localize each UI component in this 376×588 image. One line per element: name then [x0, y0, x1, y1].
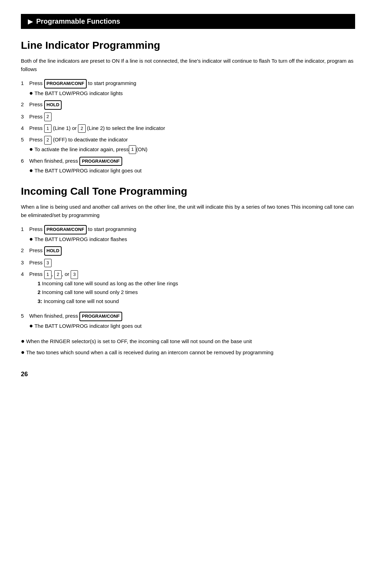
step-text-after: to start programming: [87, 80, 136, 86]
step-text-mid2: , or: [62, 271, 71, 277]
list-item: 3 Press 3: [21, 258, 355, 267]
step-text-before: Press: [29, 114, 44, 119]
key-1: 1: [44, 124, 52, 133]
step-text-before: Press: [29, 226, 44, 232]
step-content: Press 2: [29, 113, 355, 121]
bullet-dot: ●: [21, 337, 25, 345]
bullet-dot: ●: [29, 322, 33, 330]
key-1: 1: [44, 270, 52, 279]
step-text-before: Press: [29, 137, 44, 142]
list-item: 2 Press HOLD: [21, 246, 355, 256]
sub-bullet: ● The BATT LOW/PROG indicator flashes: [29, 235, 355, 243]
sub-bullet: ● To activate the line indicator again, …: [29, 145, 355, 154]
section1-intro: Both of the line indicators are preset t…: [21, 57, 355, 74]
header-arrow: ▶: [28, 18, 33, 25]
list-item: 1 Press PROGRAM/CONF to start programmin…: [21, 225, 355, 243]
section1-steps: 1 Press PROGRAM/CONF to start programmin…: [21, 79, 355, 175]
bold-number: 3:: [38, 298, 42, 304]
step-number: 4: [21, 124, 29, 132]
bullet-text: When the RINGER selector(s) is set to OF…: [26, 337, 252, 346]
step-text-before: Press: [29, 248, 44, 254]
bottom-bullet-item: ● The two tones which sound when a call …: [21, 348, 355, 357]
section1: Line Indicator Programming Both of the l…: [21, 39, 355, 175]
bullet-dot: ●: [21, 348, 25, 356]
sub-text: The BATT LOW/PROG indicator flashes: [34, 235, 127, 243]
step-content: Press PROGRAM/CONF to start programming …: [29, 79, 355, 98]
step-text-before: Press: [29, 80, 44, 86]
sub-bullet: ● The BATT LOW/PROG indicator light goes…: [29, 167, 355, 175]
section-header: ▶ Programmable Functions: [21, 14, 355, 29]
sub-list-text: Incoming call tone will sound as long as…: [40, 280, 178, 286]
key-1: 1: [129, 145, 136, 154]
list-item: 5 Press 2 (OFF) to deactivate the indica…: [21, 136, 355, 154]
step-content: Press 2 (OFF) to deactivate the indicato…: [29, 136, 355, 154]
sub-text: The BATT LOW/PROG indicator light goes o…: [34, 167, 142, 175]
step-text-before: Press: [29, 125, 44, 131]
list-item: 2 Press HOLD: [21, 100, 355, 110]
list-item: 5 When finished, press PROGRAM/CONF ● Th…: [21, 312, 355, 330]
step-number: 3: [21, 258, 29, 267]
bullet-dot: ●: [29, 145, 33, 153]
key-program-conf: PROGRAM/CONF: [79, 312, 122, 321]
bottom-bullet-item: ● When the RINGER selector(s) is set to …: [21, 337, 355, 346]
list-item: 1 Press PROGRAM/CONF to start programmin…: [21, 79, 355, 98]
key-2: 2: [44, 136, 52, 145]
bullet-dot: ●: [29, 235, 33, 243]
step-number: 4: [21, 270, 29, 278]
sub-list: 1 Incoming call tone will sound as long …: [38, 279, 355, 306]
step-content: Press 3: [29, 258, 355, 267]
step-number: 2: [21, 246, 29, 255]
key-3: 3: [71, 270, 78, 279]
key-3: 3: [44, 259, 52, 268]
step-number: 5: [21, 312, 29, 320]
step-number: 2: [21, 100, 29, 109]
list-item: 4 Press 1, 2, or 3 1 Incoming call tone …: [21, 270, 355, 309]
step-number: 3: [21, 113, 29, 121]
step-content: Press 1, 2, or 3 1 Incoming call tone wi…: [29, 270, 355, 309]
bottom-bullets: ● When the RINGER selector(s) is set to …: [21, 337, 355, 357]
step-text-before: Press: [29, 101, 44, 107]
key-2: 2: [54, 270, 62, 279]
step-number: 1: [21, 225, 29, 233]
key-hold: HOLD: [44, 246, 62, 256]
section2-steps: 1 Press PROGRAM/CONF to start programmin…: [21, 225, 355, 330]
list-item: 1 Incoming call tone will sound as long …: [38, 279, 355, 288]
step-text-after: to start programming: [87, 226, 136, 232]
step-text-before: When finished, press: [29, 158, 79, 164]
sub-text: The BATT LOW/PROG indicator lights: [34, 89, 123, 98]
bullet-dot: ●: [29, 167, 33, 175]
step-content: Press HOLD: [29, 100, 355, 110]
list-item: 3: Incoming call tone will not sound: [38, 297, 355, 306]
step-content: When finished, press PROGRAM/CONF ● The …: [29, 157, 355, 175]
step-content: Press 1 (Line 1) or 2 (Line 2) to select…: [29, 124, 355, 133]
step-text-mid: (Line 1) or: [52, 125, 78, 131]
sub-text-after: (ON): [136, 145, 148, 154]
step-content: Press PROGRAM/CONF to start programming …: [29, 225, 355, 243]
sub-bullet: ● The BATT LOW/PROG indicator light goes…: [29, 322, 355, 330]
key-2: 2: [78, 124, 85, 133]
step-text-mid1: ,: [52, 271, 54, 277]
step-text-after: (Line 2) to select the line indicator: [86, 125, 165, 131]
page-container: ▶ Programmable Functions Line Indicator …: [0, 0, 376, 588]
step-number: 5: [21, 136, 29, 144]
bullet-text: The two tones which sound when a call is…: [26, 348, 273, 357]
list-item: 3 Press 2: [21, 113, 355, 121]
bullet-dot: ●: [29, 89, 33, 97]
list-item: 2 Incoming call tone will sound only 2 t…: [38, 288, 355, 297]
section1-title: Line Indicator Programming: [21, 39, 355, 51]
section2: Incoming Call Tone Programming When a li…: [21, 185, 355, 357]
section2-intro: When a line is being used and another ca…: [21, 203, 355, 219]
sub-list-text: Incoming call tone will sound only 2 tim…: [40, 289, 138, 295]
sub-bullet: ● The BATT LOW/PROG indicator lights: [29, 89, 355, 98]
key-hold: HOLD: [44, 100, 62, 110]
page-number: 26: [21, 371, 355, 378]
key-program-conf: PROGRAM/CONF: [79, 157, 122, 166]
step-text-after: (OFF) to deactivate the indicator: [52, 137, 128, 142]
sub-list-text: Incoming call tone will not sound: [42, 298, 119, 304]
section2-title: Incoming Call Tone Programming: [21, 185, 355, 197]
step-number: 1: [21, 79, 29, 87]
step-number: 6: [21, 157, 29, 165]
sub-text: The BATT LOW/PROG indicator light goes o…: [34, 322, 142, 330]
key-program-conf: PROGRAM/CONF: [44, 225, 87, 234]
step-text-before: Press: [29, 271, 44, 277]
